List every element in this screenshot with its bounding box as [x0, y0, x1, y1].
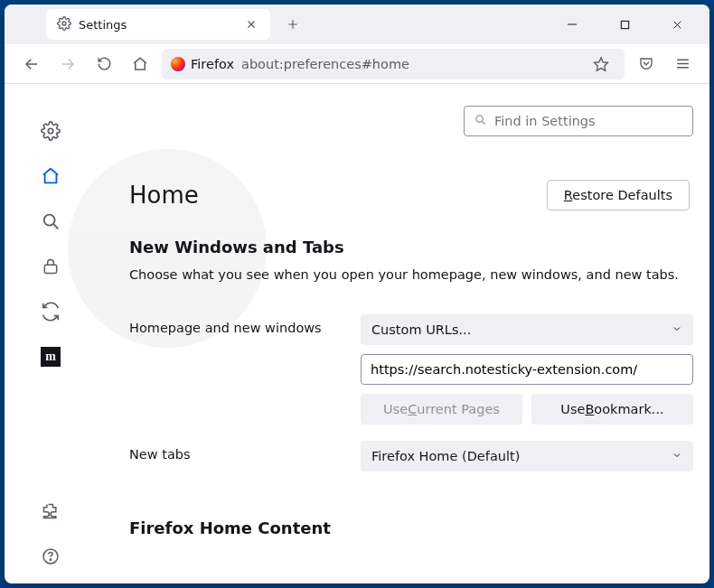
tab-title: Settings [79, 18, 127, 32]
use-current-pages-button[interactable]: Use Current Pages [361, 394, 522, 425]
svg-point-17 [44, 215, 55, 226]
settings-search-box[interactable] [464, 106, 693, 136]
homepage-label: Homepage and new windows [129, 314, 348, 335]
svg-marker-12 [595, 57, 608, 70]
chevron-down-icon [672, 322, 682, 337]
select-value: Firefox Home (Default) [371, 449, 520, 463]
use-bookmark-button[interactable]: Use Bookmark... [531, 394, 693, 425]
svg-line-18 [53, 224, 58, 229]
urlbar-identity-label: Firefox [191, 57, 234, 71]
tab-settings[interactable]: Settings [46, 9, 270, 40]
select-value: Custom URLs... [371, 322, 471, 337]
reload-button[interactable] [89, 50, 118, 79]
section-title-home-content: Firefox Home Content [129, 518, 693, 537]
sidebar-item-more[interactable]: m [40, 346, 61, 368]
homepage-url-input-wrap[interactable] [361, 354, 693, 385]
nav-toolbar: Firefox about:preferences#home [5, 44, 709, 84]
window-minimize-button[interactable] [554, 6, 590, 42]
m-logo-icon: m [41, 347, 61, 367]
section-description: Choose what you see when you open your h… [129, 266, 693, 285]
sidebar-item-help[interactable] [40, 546, 61, 567]
sidebar-item-general[interactable] [40, 120, 61, 142]
firefox-icon [171, 57, 185, 71]
section-title-new-windows: New Windows and Tabs [129, 238, 693, 257]
app-menu-button[interactable] [668, 50, 697, 79]
settings-main: Home Restore Defaults New Windows and Ta… [97, 84, 709, 583]
newtabs-select[interactable]: Firefox Home (Default) [361, 441, 693, 471]
chevron-down-icon [672, 449, 682, 463]
home-button[interactable] [126, 50, 155, 79]
svg-rect-19 [44, 265, 56, 273]
bookmark-star-icon[interactable] [587, 50, 615, 79]
gear-icon [57, 16, 71, 33]
tab-strip: Settings [5, 5, 709, 44]
url-bar[interactable]: Firefox about:preferences#home [162, 49, 625, 79]
sidebar-item-home[interactable] [40, 165, 61, 187]
svg-point-21 [50, 559, 51, 560]
sidebar-item-extensions[interactable] [40, 500, 61, 522]
svg-line-23 [482, 121, 484, 124]
window-close-button[interactable] [659, 6, 695, 42]
urlbar-path: about:preferences#home [241, 57, 409, 71]
svg-point-16 [48, 128, 53, 134]
svg-point-22 [476, 116, 484, 123]
newtabs-label: New tabs [129, 441, 348, 462]
new-tab-button[interactable] [279, 11, 306, 38]
forward-button[interactable] [53, 50, 82, 79]
svg-point-1 [62, 22, 66, 25]
search-icon [474, 113, 487, 129]
settings-sidebar: m [5, 84, 97, 583]
firefox-window: Settings [5, 5, 709, 583]
homepage-mode-select[interactable]: Custom URLs... [361, 314, 693, 345]
restore-defaults-button[interactable]: Restore Defaults [547, 180, 690, 210]
svg-rect-7 [621, 21, 628, 28]
site-identity: Firefox [171, 57, 234, 71]
back-button[interactable] [17, 50, 46, 79]
window-maximize-button[interactable] [606, 6, 643, 42]
pocket-icon[interactable] [632, 50, 661, 79]
sidebar-item-search[interactable] [40, 210, 61, 232]
close-tab-icon[interactable] [243, 16, 259, 33]
homepage-url-input[interactable] [371, 355, 683, 384]
page-title: Home [129, 182, 199, 209]
sidebar-item-privacy[interactable] [40, 256, 61, 277]
sidebar-item-sync[interactable] [40, 301, 61, 322]
settings-search-input[interactable] [494, 114, 683, 128]
